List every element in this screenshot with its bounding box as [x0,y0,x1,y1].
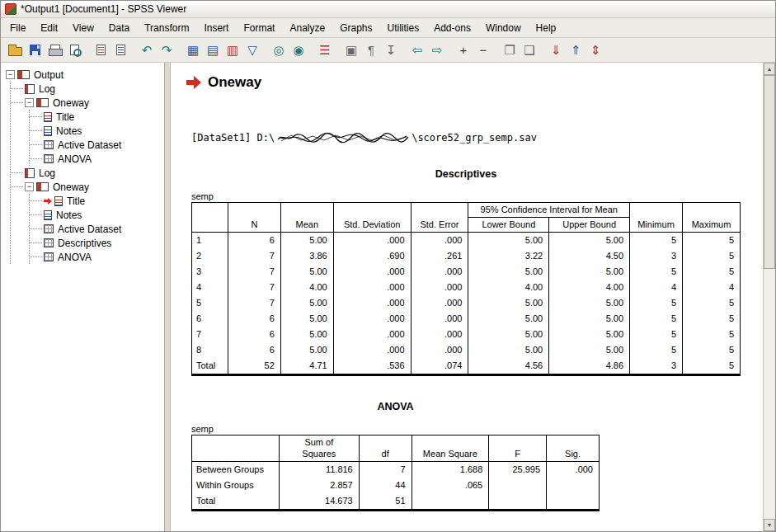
row-label: Total [192,493,280,511]
tree-item-label: Title [65,195,87,207]
tree-item-active-dataset[interactable]: Active Dataset [44,222,162,236]
variables-icon[interactable]: ▥ [223,40,242,60]
export-output-icon[interactable] [91,40,111,60]
table-row: Total524.71.536.0744.564.8635 [192,358,741,375]
tree-item-notes[interactable]: Notes [44,208,162,222]
menu-help[interactable]: Help [529,19,564,37]
pane-splitter[interactable] [165,63,171,531]
tree-item-log[interactable]: Log [25,82,162,96]
menu-file[interactable]: File [2,19,33,37]
book-icon [17,70,30,79]
redo-icon[interactable]: ↷ [157,40,176,60]
cell: 2.857 [279,478,359,493]
grid-icon [44,252,54,261]
tree-item-active-dataset[interactable]: Active Dataset [44,138,162,152]
table-row: 865.00.000.0005.005.0055 [192,342,741,358]
recall-dialogs-icon[interactable] [111,40,130,60]
scroll-track[interactable] [764,75,775,519]
cell: 7 [228,248,280,264]
previous-object-icon[interactable]: ⇦ [407,40,427,60]
goto-case-icon[interactable]: ▤ [203,40,223,60]
tree-item-oneway[interactable]: −Oneway [25,96,162,110]
tree-item-title[interactable]: Title [44,194,162,208]
scroll-thumb[interactable] [764,75,775,269]
table-row: Within Groups2.85744.065 [192,478,600,493]
column-header: N [228,203,280,233]
select-last-output-icon[interactable]: ◎ [269,40,289,60]
tree-item-descriptives[interactable]: Descriptives [44,236,162,250]
menu-analyze[interactable]: Analyze [282,19,332,37]
cell: 5.00 [280,342,333,358]
tree-item-anova[interactable]: ANOVA [44,250,162,264]
print-icon[interactable] [45,40,64,60]
print-preview-icon[interactable] [64,40,84,60]
undo-icon[interactable]: ↶ [137,40,157,60]
tree-item-label: Log [37,167,57,179]
insert-heading-icon[interactable]: ☰ [315,40,335,60]
tree-item-oneway[interactable]: −Oneway [25,180,162,194]
app-icon [5,3,16,15]
expand-output-icon[interactable]: + [454,40,473,60]
window-title: *Output1 [Document1] - SPSS Viewer [21,3,186,15]
insert-page-break-icon[interactable]: ↧ [381,40,401,60]
tree-item-log[interactable]: Log [25,166,162,180]
goto-data-icon[interactable]: ▦ [183,40,203,60]
cell: 6 [228,233,280,249]
tree-item-notes[interactable]: Notes [44,124,162,138]
menu-format[interactable]: Format [236,19,282,37]
row-label: 4 [192,280,228,295]
cell: .000 [411,342,468,358]
open-file-icon[interactable] [5,40,25,60]
cell: .000 [333,311,411,327]
menu-graphs[interactable]: Graphs [332,19,379,37]
show-output-icon[interactable]: ❐ [500,40,520,60]
tree-expand-toggle-icon[interactable]: − [6,70,15,79]
outline-pane: −OutputLog−OnewayTitleNotesActive Datase… [1,63,165,531]
tree-expand-toggle-icon[interactable]: − [25,182,34,191]
collapse-output-icon[interactable]: − [473,40,493,60]
promote-icon[interactable]: ⇑ [566,40,586,60]
descriptives-table[interactable]: NMeanStd. DeviationStd. Error95% Confide… [191,202,741,376]
save-file-icon[interactable] [25,40,45,60]
vertical-scrollbar[interactable] [763,63,775,531]
scroll-down-icon[interactable] [764,519,775,531]
menu-data[interactable]: Data [101,19,137,37]
tree-item-anova[interactable]: ANOVA [44,152,162,166]
menu-window[interactable]: Window [478,19,529,37]
next-object-icon[interactable]: ⇨ [427,40,447,60]
scroll-up-icon[interactable] [764,63,775,75]
cell: 5.00 [549,295,630,311]
grid-icon [44,154,54,163]
grid-icon [44,224,54,233]
cell [412,493,489,511]
designate-window-icon[interactable]: ◉ [289,40,308,60]
demote-icon[interactable]: ⇓ [546,40,566,60]
menu-insert[interactable]: Insert [196,19,236,37]
menu-edit[interactable]: Edit [33,19,65,37]
tree-item-label: Notes [54,210,83,221]
move-output-icon[interactable]: ⇕ [586,40,605,60]
hide-output-icon[interactable]: ❑ [520,40,539,60]
menu-transform[interactable]: Transform [137,19,196,37]
tree-item-label: ANOVA [56,252,93,263]
cell: .000 [411,327,468,342]
tree-item-output[interactable]: −Output [6,68,162,82]
cell: .000 [547,461,600,478]
current-item-arrow-icon [44,198,52,205]
tree-item-title[interactable]: Title [44,110,162,124]
cell: .000 [411,264,468,280]
use-variable-sets-icon[interactable]: ▽ [242,40,262,60]
menu-add-ons[interactable]: Add-ons [426,19,478,37]
menu-view[interactable]: View [65,19,101,37]
section-header: Oneway [186,74,763,91]
insert-text-icon[interactable]: ¶ [361,40,381,60]
anova-table[interactable]: Sum of SquaresdfMean SquareFSig.Between … [191,435,600,511]
anova-block: ANOVA semp Sum of SquaresdfMean SquareFS… [191,401,600,511]
outline-tree: −OutputLog−OnewayTitleNotesActive Datase… [6,68,162,264]
table-row: 474.00.000.0004.004.0044 [192,280,741,295]
row-label: 6 [192,311,228,327]
insert-title-icon[interactable]: ▣ [341,40,361,60]
menu-utilities[interactable]: Utilities [380,19,427,37]
tree-expand-toggle-icon[interactable]: − [25,98,34,107]
column-header: Lower Bound [468,218,549,233]
